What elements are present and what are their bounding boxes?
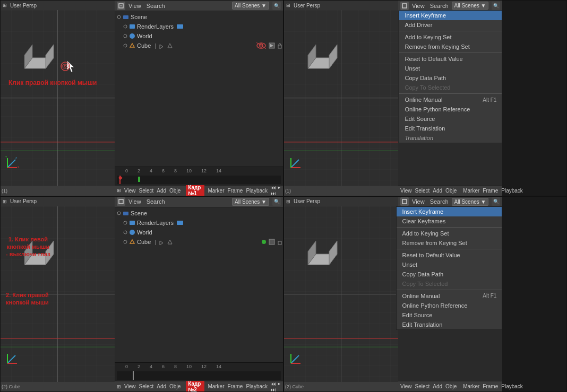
bb-add-bl[interactable]: Add	[157, 384, 166, 389]
frame-num-tr: (1)	[285, 188, 291, 194]
svg-point-17	[62, 64, 68, 68]
bb-view-tl[interactable]: View	[124, 188, 136, 194]
view-mode-icon-bl: ⊞	[3, 199, 7, 204]
svg-rect-76	[130, 221, 135, 225]
bb-playback-tr[interactable]: Playback	[501, 188, 523, 194]
viewport-bottom-bl: (2) Cube	[1, 382, 115, 391]
bb-playback-bl[interactable]: Playback	[246, 384, 268, 389]
bb-select-tr[interactable]: Select	[415, 188, 430, 194]
menu-search-bl[interactable]: Search	[147, 198, 165, 205]
render-icon-bl	[269, 239, 275, 245]
menu-unset-tr[interactable]: Unset	[399, 64, 502, 73]
bb-frame-bl[interactable]: Frame	[228, 384, 243, 389]
outliner-scene-bl: Scene	[115, 208, 283, 218]
bb-frame-tl[interactable]: Frame	[228, 188, 243, 194]
bb-add-tr[interactable]: Add	[433, 188, 442, 194]
menu-python-ref-br[interactable]: Online Python Reference	[397, 301, 502, 310]
menu-python-ref-tr[interactable]: Online Python Reference	[399, 104, 502, 114]
menu-view-bl[interactable]: View	[128, 198, 141, 205]
bb-marker-br[interactable]: Marker	[463, 384, 479, 389]
scenes-dropdown-tr[interactable]: All Scenes ▼	[452, 2, 489, 10]
render-icon-tl	[269, 42, 275, 49]
menu-search-tr[interactable]: Search	[430, 3, 449, 9]
svg-marker-8	[46, 45, 54, 68]
menu-search-br[interactable]: Search	[430, 198, 449, 205]
menu-remove-keying-set-br[interactable]: Remove from Keying Set	[397, 238, 502, 248]
menu-edit-translation-br[interactable]: Edit Translation	[397, 320, 502, 329]
menu-insert-keyframe-br[interactable]: Insert Keyframe	[397, 207, 502, 216]
menu-copy-path-br[interactable]: Copy Data Path	[397, 269, 502, 279]
search-icon-br[interactable]: 🔍	[492, 197, 500, 206]
menu-insert-keyframe-tr[interactable]: Insert Keyframe	[399, 11, 502, 20]
viewport-grid-br	[284, 206, 398, 382]
viewport-grid-bl: 1. Клик левойкнопкой мыши- выключи глаз …	[1, 206, 115, 382]
bb-select-br[interactable]: Select	[415, 384, 430, 389]
menu-online-manual-br[interactable]: Online Manual Alt F1	[397, 291, 502, 301]
menu-copy-path-tr[interactable]: Copy Data Path	[399, 73, 502, 83]
bb-frame-tr[interactable]: Frame	[483, 188, 498, 194]
bb-playback-tl[interactable]: Playback	[246, 188, 268, 194]
menu-reset-default-br[interactable]: Reset to Default Value	[397, 250, 502, 260]
viewport-topbar-tl: ⊞ User Persp	[1, 1, 115, 10]
menu-clear-keyframes-br[interactable]: Clear Keyframes	[397, 216, 502, 226]
viewport-top-right: ⊞ User Persp	[284, 1, 398, 196]
bb-add-br[interactable]: Add	[433, 384, 442, 389]
scenes-dropdown-bl[interactable]: All Scenes ▼	[232, 198, 269, 206]
bb-obj-tr[interactable]: Obje	[445, 188, 457, 194]
bb-view-bl[interactable]: View	[124, 384, 136, 389]
outliner-topbar-tr: View Search All Scenes ▼ 🔍	[398, 1, 502, 11]
bb-playback-br[interactable]: Playback	[501, 384, 523, 389]
menu-remove-keying-set-tr[interactable]: Remove from Keying Set	[399, 42, 502, 51]
bb-view-br[interactable]: View	[400, 384, 412, 389]
svg-point-28	[124, 44, 127, 47]
menu-translation-tr[interactable]: Translation	[399, 133, 502, 143]
outliner-icon-tr	[400, 2, 409, 10]
menu-search-tl[interactable]: Search	[147, 3, 165, 9]
svg-marker-94	[329, 241, 337, 265]
bb-frame-br[interactable]: Frame	[483, 384, 498, 389]
menu-add-keying-set-br[interactable]: Add to Keying Set	[397, 229, 502, 238]
menu-edit-source-tr[interactable]: Edit Source	[399, 114, 502, 124]
bb-icon-tl: ⊞	[117, 188, 121, 193]
menu-view-tr[interactable]: View	[412, 3, 425, 9]
search-icon-tl[interactable]: 🔍	[272, 2, 281, 10]
menu-add-keying-set-tr[interactable]: Add to Keying Set	[399, 32, 502, 42]
bb-view-tr[interactable]: View	[400, 188, 412, 194]
menu-add-driver-tr[interactable]: Add Driver	[399, 20, 502, 30]
menu-sep3-tr	[399, 93, 502, 94]
menu-view-br[interactable]: View	[412, 198, 425, 205]
scenes-dropdown-br[interactable]: All Scenes ▼	[452, 198, 489, 206]
bb-marker-tl[interactable]: Marker	[208, 188, 224, 194]
menu-online-manual-tr[interactable]: Online Manual Alt F1	[399, 95, 502, 104]
bb-marker-bl[interactable]: Marker	[208, 384, 224, 389]
bb-select-tl[interactable]: Select	[139, 188, 154, 194]
bb-obj-bl[interactable]: Obje	[169, 384, 181, 389]
bb-select-bl[interactable]: Select	[139, 384, 154, 389]
svg-rect-24	[130, 24, 135, 29]
eye-row-tl[interactable]	[256, 42, 266, 49]
outliner-menu-br: View Search	[412, 198, 449, 205]
menu-unset-br[interactable]: Unset	[397, 260, 502, 269]
svg-marker-82	[160, 241, 163, 245]
bb-add-tl[interactable]: Add	[157, 188, 166, 194]
bb-obj-br[interactable]: Obje	[445, 384, 457, 389]
menu-view-tl[interactable]: View	[128, 3, 141, 9]
scenes-dropdown-tl[interactable]: All Scenes ▼	[232, 2, 269, 10]
viewport-persp-label-tl: User Persp	[10, 3, 37, 8]
outliner-content-bl: Scene RenderLayers World Cube	[115, 207, 283, 363]
search-icon-bl[interactable]: 🔍	[272, 197, 281, 206]
menu-reset-default-tr[interactable]: Reset to Default Value	[399, 54, 502, 64]
svg-point-26	[124, 34, 127, 38]
menu-edit-translation-tr[interactable]: Edit Translation	[399, 124, 502, 133]
view-mode-icon-br: ⊞	[286, 199, 290, 204]
search-icon-tr[interactable]: 🔍	[492, 2, 500, 10]
svg-line-34	[256, 42, 266, 49]
eye-dot-bl[interactable]	[262, 240, 266, 244]
menu-edit-source-br[interactable]: Edit Source	[397, 310, 502, 320]
outliner-tl: View Search All Scenes ▼ 🔍 Scene RenderL…	[115, 1, 283, 196]
menu-copy-selected-tr: Copy To Selected	[399, 83, 502, 92]
axes-widget-bl	[5, 351, 20, 366]
bb-marker-tr[interactable]: Marker	[463, 188, 479, 194]
axes-widget-tl: Z X Y	[5, 155, 20, 170]
bb-obj-tl[interactable]: Obje	[169, 188, 181, 194]
